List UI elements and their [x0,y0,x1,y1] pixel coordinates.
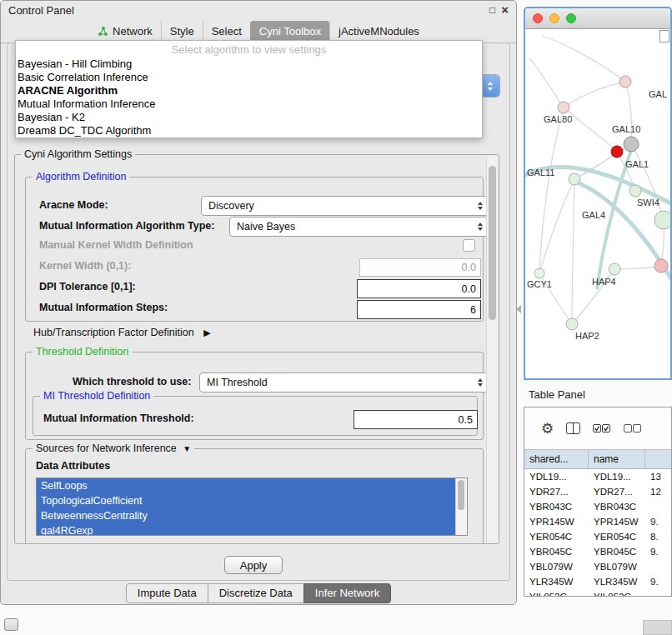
cell-value: 13 [645,469,671,484]
collapsed-panel-icon[interactable] [4,618,18,631]
list-scrollbar[interactable] [455,478,467,535]
node-label: GAL [649,89,667,99]
mi-type-combo[interactable]: Naive Bayes [229,217,489,237]
data-attributes-label: Data Attributes [36,459,110,472]
group-title: Threshold Definition [33,346,132,358]
scrollbar-thumb[interactable] [458,480,464,510]
scrollbar-thumb[interactable] [489,166,496,320]
column-header-extra[interactable] [645,450,671,468]
node-label: GAL4 [582,210,605,220]
cell-name: YBR043C [589,499,645,514]
table-row[interactable]: YDL19... YDL19... 13 [524,469,671,484]
table-row[interactable]: YBR043C YBR043C [524,499,671,514]
manual-kernel-label: Manual Kernel Width Definition [39,237,193,253]
table-row[interactable]: YER054C YER054C 8. [524,529,671,544]
algorithm-option[interactable]: Mutual Information Inference [16,98,482,111]
node-label: HAP2 [575,331,599,341]
network-view-window: GAL GAL80 GAL10 GAL11 GAL1 SWI4 GAL4 GCY… [524,7,672,380]
columns-icon[interactable] [566,422,580,434]
table-row[interactable]: YLR345W YLR345W 9. [524,574,671,589]
network-node[interactable] [654,211,670,229]
control-panel-window: Control Panel □ × Network Style Select C… [0,0,517,605]
cell-shared-name: YBL079W [524,559,589,574]
cell-shared-name: YLR345W [524,574,589,589]
kernel-width-label: Kernel Width (0,1): [39,258,131,274]
which-threshold-combo[interactable]: MI Threshold [199,372,489,392]
cell-shared-name: YIL052C [524,589,589,597]
select-all-checkboxes-icon[interactable] [593,423,611,433]
manual-kernel-checkbox[interactable] [463,239,475,252]
close-traffic-light-icon[interactable] [533,13,543,23]
tab-impute-data[interactable]: Impute Data [126,583,208,603]
network-node[interactable] [624,137,639,152]
table-row[interactable]: YBL079W YBL079W [524,559,671,574]
algorithm-option[interactable]: Basic Correlation Inference [16,71,482,84]
tab-label: Select [212,25,242,38]
network-node-highlighted[interactable] [611,146,623,158]
network-window-titlebar [525,8,670,29]
network-canvas[interactable]: GAL GAL80 GAL10 GAL11 GAL1 SWI4 GAL4 GCY… [525,29,670,378]
combo-stepper-icon[interactable] [481,75,499,97]
tab-discretize-data[interactable]: Discretize Data [208,583,304,603]
node-label: GAL11 [527,168,554,178]
cell-value: 12 [645,484,671,499]
algorithm-option-selected[interactable]: ARACNE Algorithm [16,84,482,98]
node-label: GAL10 [612,124,640,134]
table-row[interactable]: YPR145W YPR145W 9. [524,514,671,529]
combo-value: MI Threshold [207,377,473,388]
which-threshold-label: Which threshold to use: [73,372,191,391]
tab-infer-network[interactable]: Infer Network [303,583,391,603]
dpi-tolerance-field[interactable]: 0.0 [357,279,481,298]
node-label: GAL80 [544,114,572,124]
apply-button[interactable]: Apply [224,556,283,574]
sources-group: Sources for Network Inference ▼ Data Att… [25,448,484,544]
network-node[interactable] [558,102,569,113]
table-row[interactable]: YBR045C YBR045C 9. [524,544,671,559]
mi-threshold-group: MI Threshold Definition Mutual Informati… [33,396,478,436]
algorithm-option[interactable]: Dream8 DC_TDC Algorithm [16,124,482,138]
hub-definition-toggle[interactable]: Hub/Transcription Factor Definition ▶ [33,326,211,339]
network-node[interactable] [654,259,668,272]
column-header-name[interactable]: name [589,450,645,468]
mi-threshold-label: Mutual Information Threshold: [43,410,194,428]
cell-name: YBL079W [589,559,645,574]
minimize-traffic-light-icon[interactable] [549,13,559,23]
network-node[interactable] [609,263,620,275]
attribute-list-item[interactable]: gal4RGexp [37,523,456,536]
table-row[interactable]: YIL052C YIL052C [524,589,671,597]
network-node-labels: GAL GAL80 GAL10 GAL11 GAL1 SWI4 GAL4 GCY… [527,89,667,341]
cell-name: YBR045C [589,544,645,559]
cell-value: 9. [645,544,671,559]
birdseye-toggle[interactable] [659,30,669,42]
table-row[interactable]: YDR27... YDR27... 12 [524,484,671,499]
column-header-shared-name[interactable]: shared... [524,450,589,468]
zoom-traffic-light-icon[interactable] [566,13,576,23]
mi-type-label: Mutual Information Algorithm Type: [39,217,214,235]
gear-icon[interactable]: ⚙ [541,422,554,436]
panel-splitter-arrow[interactable] [516,305,521,313]
network-node[interactable] [534,268,544,278]
network-node[interactable] [629,185,641,197]
node-label: GAL1 [625,159,649,169]
network-node[interactable] [569,173,580,185]
aracne-mode-combo[interactable]: Discovery [201,196,489,216]
network-icon [98,27,108,37]
window-resize-corner [643,620,672,635]
float-window-icon[interactable]: □ [489,5,495,15]
deselect-all-checkboxes-icon[interactable] [624,423,642,433]
mi-steps-field[interactable]: 6 [357,300,481,319]
network-node[interactable] [619,76,631,88]
mi-threshold-field[interactable]: 0.5 [354,410,478,429]
attribute-list-item[interactable]: SelfLoops [37,478,456,493]
attribute-list-item[interactable]: TopologicalCoefficient [37,493,456,508]
algorithm-option[interactable]: Bayesian - Hill Climbing [16,58,482,71]
close-icon[interactable]: × [501,5,509,15]
network-node[interactable] [566,318,578,330]
sources-group-title[interactable]: Sources for Network Inference ▼ [33,442,194,454]
attribute-list-item[interactable]: BetweennessCentrality [37,508,456,523]
cell-shared-name: YBR045C [524,544,589,559]
tab-label: jActiveMNodules [339,25,419,38]
group-title: MI Threshold Definition [40,390,153,402]
kernel-width-field: 0.0 [359,258,481,277]
algorithm-option[interactable]: Bayesian - K2 [16,111,482,124]
